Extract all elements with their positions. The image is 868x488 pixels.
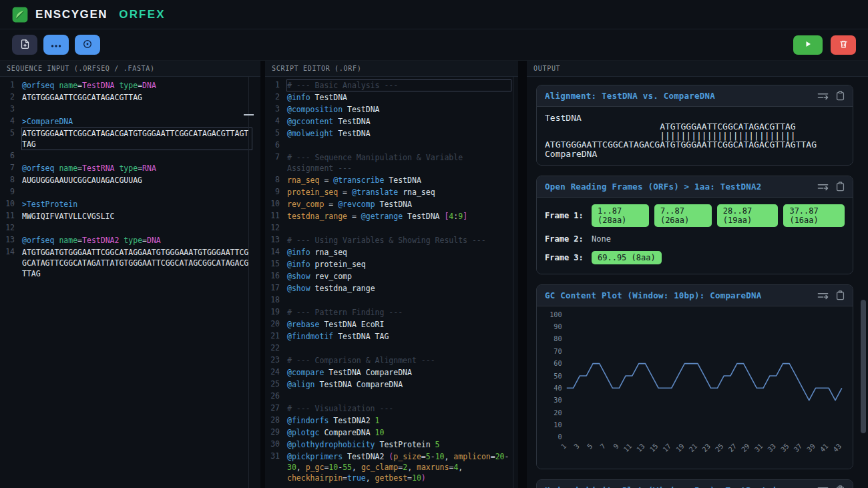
- code-line[interactable]: [21, 186, 252, 198]
- code-line[interactable]: [286, 391, 511, 403]
- code-line[interactable]: [286, 140, 511, 152]
- orf-frame-row: Frame 2:None: [545, 234, 845, 244]
- code-line[interactable]: @show rev_comp: [286, 270, 511, 282]
- svg-text:60: 60: [554, 360, 562, 367]
- sequence-editor-scroll-track[interactable]: [248, 77, 249, 488]
- code-line[interactable]: [286, 342, 511, 354]
- line-number: 15: [265, 258, 286, 270]
- code-line[interactable]: @findorfs TestDNA2 1: [286, 415, 511, 427]
- svg-text:0: 0: [558, 433, 562, 441]
- svg-text:11: 11: [622, 443, 633, 453]
- code-line[interactable]: ATGTGGATGTGGGAATTCGGCATAGGAATGTGGGAAATGT…: [21, 246, 252, 280]
- orf-badge: 1..87 (28aa): [592, 204, 649, 227]
- code-line[interactable]: @info rna_seq: [286, 246, 511, 258]
- svg-text:9: 9: [612, 443, 620, 451]
- output-card: Alignment: TestDNA vs. CompareDNATestDNA…: [536, 85, 853, 166]
- line-number: 13: [0, 234, 21, 246]
- trash-icon: [839, 39, 848, 51]
- code-line[interactable]: @molweight TestDNA: [286, 128, 511, 140]
- code-line[interactable]: @plothydrophobicity TestProtein 5: [286, 439, 511, 451]
- svg-text:1: 1: [560, 443, 568, 451]
- code-line[interactable]: [286, 294, 511, 306]
- code-line[interactable]: @orfseq name=TestDNA type=DNA: [21, 79, 252, 91]
- code-line[interactable]: >TestProtein: [21, 198, 252, 210]
- more-options-button[interactable]: [43, 35, 69, 55]
- gc-content-chart: 0102030405060708090100135791113151719212…: [541, 309, 849, 466]
- code-line[interactable]: rev_comp = @revcomp TestDNA: [286, 198, 511, 210]
- code-line[interactable]: @orfseq name=TestDNA2 type=DNA: [21, 234, 252, 246]
- wrap-lines-icon[interactable]: [817, 485, 829, 488]
- code-line[interactable]: >CompareDNA: [21, 115, 252, 128]
- code-line[interactable]: @show testdna_range: [286, 282, 511, 294]
- line-number: 3: [0, 103, 21, 115]
- svg-text:20: 20: [554, 409, 562, 417]
- wrap-lines-icon[interactable]: [817, 91, 829, 101]
- code-line[interactable]: # --- Pattern Finding ---: [286, 306, 511, 318]
- code-line[interactable]: @orfseq name=TestRNA type=RNA: [21, 162, 252, 174]
- code-line[interactable]: @compare TestDNA CompareDNA: [286, 367, 511, 379]
- copy-icon[interactable]: [836, 91, 845, 101]
- line-number: 11: [0, 210, 21, 222]
- code-line[interactable]: # --- Sequence Manipulation & Variable A…: [286, 152, 511, 174]
- output-card: GC Content Plot (Window: 10bp): CompareD…: [536, 284, 853, 469]
- code-line[interactable]: @plotgc CompareDNA 10: [286, 427, 511, 439]
- code-line[interactable]: # --- Basic Analysis ---: [286, 79, 511, 91]
- code-line[interactable]: @pickprimers TestDNA2 (p_size=5-10, ampl…: [286, 451, 511, 484]
- code-line[interactable]: @gccontent TestDNA: [286, 115, 511, 128]
- sequence-editor-scroll-thumb[interactable]: [244, 114, 254, 115]
- code-line[interactable]: @rebase TestDNA EcoRI: [286, 318, 511, 330]
- line-number: 19: [265, 306, 286, 318]
- code-line[interactable]: @composition TestDNA: [286, 103, 511, 115]
- code-line[interactable]: ATGTGGGAATTCGGCATAGACGATGTGGGAATTCGGCATA…: [21, 128, 252, 150]
- code-line[interactable]: [21, 222, 252, 234]
- code-line[interactable]: @findmotif TestDNA TAG: [286, 330, 511, 342]
- code-line[interactable]: [21, 150, 252, 162]
- svg-text:43: 43: [832, 443, 843, 453]
- sequence-editor[interactable]: 1@orfseq name=TestDNA type=DNA2ATGTGGGAA…: [0, 77, 260, 488]
- code-line[interactable]: testdna_range = @getrange TestDNA [4:9]: [286, 210, 511, 222]
- code-line[interactable]: # --- Comparison & Alignment ---: [286, 354, 511, 367]
- output-scrollbar-thumb[interactable]: [861, 300, 866, 433]
- wrap-lines-icon[interactable]: [817, 182, 829, 192]
- line-number: 6: [265, 140, 286, 152]
- orf-frame-row: Frame 1:1..87 (28aa)7..87 (26aa)28..87 (…: [545, 204, 845, 227]
- code-line[interactable]: @info TestDNA: [286, 91, 511, 103]
- sequence-input-panel: SEQUENCE INPUT (.ORFSEQ / .FASTA) 1@orfs…: [0, 61, 260, 488]
- svg-text:13: 13: [635, 443, 646, 453]
- code-line[interactable]: [286, 222, 511, 234]
- svg-text:27: 27: [727, 443, 738, 453]
- brand-text: ENSCYGEN: [35, 8, 107, 21]
- code-line[interactable]: [21, 103, 252, 115]
- new-file-button[interactable]: [12, 35, 37, 55]
- toolbar: [0, 29, 868, 61]
- run-button[interactable]: [793, 35, 823, 55]
- code-line[interactable]: rna_seq = @transcribe TestDNA: [286, 174, 511, 186]
- code-line[interactable]: AUGUGGGAAUUCGGCAUAGACGUUAG: [21, 174, 252, 186]
- code-line[interactable]: # --- Using Variables & Showing Results …: [286, 234, 511, 246]
- copy-icon[interactable]: [836, 485, 845, 488]
- line-number: 13: [265, 234, 286, 246]
- code-line[interactable]: MWGIQIFVATVLLCVGSLIC: [21, 210, 252, 222]
- line-number: 7: [265, 152, 286, 174]
- copy-icon[interactable]: [836, 182, 845, 192]
- orf-badge: 37..87 (16aa): [783, 204, 845, 227]
- delete-button[interactable]: [831, 35, 856, 55]
- wrap-lines-icon[interactable]: [817, 290, 829, 300]
- line-number: 9: [0, 186, 21, 198]
- code-line[interactable]: # --- Visualization ---: [286, 403, 511, 415]
- copy-icon[interactable]: [836, 290, 845, 300]
- target-button[interactable]: [75, 35, 100, 55]
- line-number: 2: [265, 91, 286, 103]
- line-number: 16: [265, 270, 286, 282]
- svg-text:31: 31: [753, 443, 764, 453]
- code-line[interactable]: @align TestDNA CompareDNA: [286, 379, 511, 391]
- script-editor-scroll-track[interactable]: [513, 77, 513, 488]
- code-line[interactable]: @info protein_seq: [286, 258, 511, 270]
- script-editor[interactable]: 1# --- Basic Analysis ---2@info TestDNA3…: [265, 77, 518, 488]
- line-number: 10: [0, 198, 21, 210]
- app-window: ENSCYGEN ORFEX: [0, 0, 868, 488]
- svg-text:37: 37: [793, 443, 803, 453]
- line-number: 4: [0, 115, 21, 128]
- code-line[interactable]: ATGTGGGAATTCGGCATAGACGTTAG: [21, 91, 252, 103]
- code-line[interactable]: protein_seq = @translate rna_seq: [286, 186, 511, 198]
